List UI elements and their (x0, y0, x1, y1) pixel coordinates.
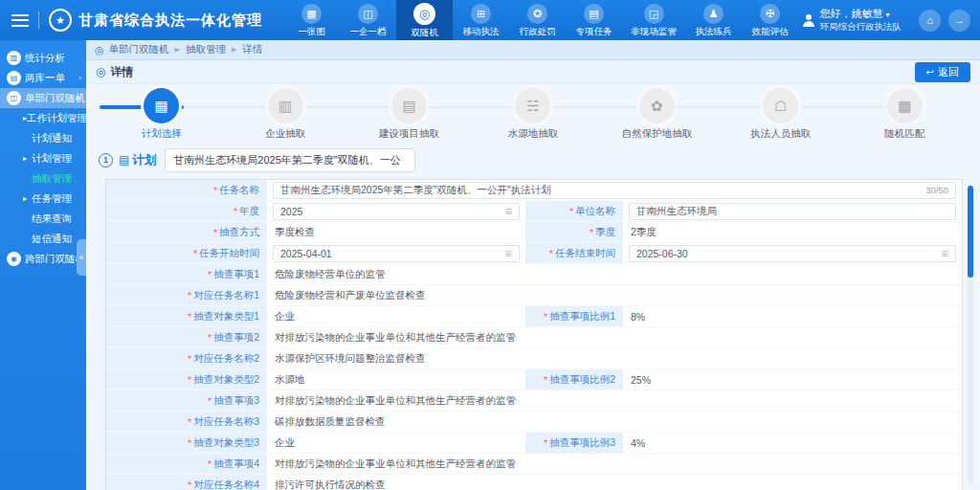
top-nav-item-1[interactable]: ◫一企一档 (340, 0, 396, 40)
logout-button[interactable]: → (948, 10, 970, 32)
sidebar-item-3[interactable]: ▸工作计划管理 (0, 108, 86, 128)
chevron-icon: ˅ (77, 94, 81, 102)
menu-toggle-icon[interactable] (11, 14, 29, 27)
form-label-text: 对应任务名称4 (193, 479, 259, 490)
required-star-icon: * (544, 437, 547, 449)
sidebar-item-7[interactable]: ▸任务管理 (0, 189, 86, 209)
required-star-icon: * (549, 248, 553, 259)
step-0[interactable]: ▦计划选择 (100, 88, 223, 144)
form-label-text: 对应任务名称3 (193, 415, 259, 429)
user-info[interactable]: 您好，姚敏慧▾ 环局综合行政执法队 (820, 8, 902, 33)
sidebar-collapse-handle[interactable]: « (77, 239, 86, 276)
form-label: *对应任务名称2 (106, 348, 267, 369)
emblem-icon: ★ (49, 9, 72, 32)
breadcrumb-item: 详情 (242, 43, 262, 56)
top-nav-item-8[interactable]: ✠效能评估 (742, 0, 798, 40)
detail-header: ◎ 详情 ↩ 返回 (86, 60, 980, 84)
form-value-cell: 2025-04-01⊞ (267, 243, 525, 264)
form-input[interactable]: 2025-04-01⊞ (273, 245, 520, 262)
top-nav-item-0[interactable]: ▦一张图 (283, 0, 340, 40)
top-nav-label: 行政处罚 (520, 26, 556, 38)
form-label-text: 抽查方式 (219, 226, 259, 239)
sidebar-item-10[interactable]: ◉跨部门双随机› (0, 249, 86, 269)
sidebar-item-1[interactable]: ▤两库一单› (0, 68, 86, 88)
form-value-text: 对排放污染物的企业事业单位和其他生产经营者的监管 (273, 394, 516, 408)
breadcrumb-item[interactable]: 单部门双随机 (109, 43, 169, 56)
training-icon: ♟ (703, 4, 724, 24)
form-input[interactable]: 甘南州生态环境局2025年第二季度"双随机、一公开"执法计划30/50 (273, 182, 956, 199)
scrollbar-thumb[interactable] (968, 186, 973, 278)
form-label: *抽查方式 (106, 222, 267, 243)
form-label-text: 抽查事项3 (213, 394, 259, 408)
sidebar-item-label: 任务管理 (32, 192, 72, 206)
form-value-cell: 25% (623, 369, 962, 390)
top-nav-item-4[interactable]: ✪行政处罚 (509, 0, 566, 40)
form-label: *抽查对象类型1 (106, 306, 267, 327)
back-button[interactable]: ↩ 返回 (915, 62, 970, 82)
form-value-cell: 碳排放数据质量监督检查 (267, 412, 962, 433)
form-input[interactable]: 2025-06-30⊞ (629, 245, 956, 262)
form-label-text: 对应任务名称1 (193, 289, 259, 302)
top-nav-item-3[interactable]: ⊞移动执法 (453, 0, 509, 40)
form-label: *对应任务名称3 (106, 412, 267, 433)
step-4[interactable]: ✿自然保护地抽取 (595, 88, 719, 144)
form-label-text: 季度 (595, 226, 615, 239)
home-button[interactable]: ⌂ (919, 10, 941, 32)
step-5[interactable]: ☖执法人员抽取 (719, 88, 842, 144)
required-star-icon: * (188, 437, 191, 449)
form-label: *对应任务名称4 (106, 475, 267, 490)
sidebar-item-6[interactable]: 抽取管理 (0, 168, 86, 189)
form-label: *抽查事项比例1 (525, 306, 623, 327)
breadcrumb-item[interactable]: 抽取管理 (186, 43, 226, 56)
form-input[interactable]: 甘南州生态环境局 (629, 203, 956, 220)
required-star-icon: * (208, 395, 212, 407)
sidebar-item-8[interactable]: 结果查询 (0, 209, 86, 229)
form-value-text: 4% (629, 437, 645, 449)
form-label: *对应任务名称1 (106, 285, 267, 306)
step-1[interactable]: ▥企业抽取 (223, 88, 346, 144)
sidebar-item-label: 结果查询 (32, 212, 72, 226)
form-input-value: 2025-04-01 (280, 248, 332, 259)
form-label: *季度 (525, 222, 623, 243)
top-nav-label: 非现场监管 (631, 26, 677, 38)
top-nav-item-6[interactable]: ◲非现场监管 (622, 0, 685, 40)
required-star-icon: * (208, 458, 212, 470)
form-value-text: 排污许可执行情况的检查 (273, 479, 386, 490)
sidebar-item-label: 抽取管理 (32, 172, 72, 186)
form-label-text: 抽查对象类型1 (193, 310, 259, 323)
form-value-cell: 企业 (267, 433, 525, 454)
step-label: 执法人员抽取 (750, 127, 811, 141)
nature-icon: ✿ (639, 88, 675, 123)
sidebar-item-5[interactable]: ▸计划管理 (0, 148, 86, 168)
required-star-icon: * (213, 185, 217, 196)
form-value-text: 对排放污染物的企业事业单位和其他生产经营者的监管 (273, 331, 516, 345)
shield-icon: ✠ (760, 4, 780, 24)
form-value-text: 危险废物经营单位的监管 (273, 268, 386, 281)
step-label: 计划选择 (142, 127, 182, 141)
top-nav: ▦一张图◫一企一档◎双随机⊞移动执法✪行政处罚▤专项任务◲非现场监管♟执法练兵✠… (283, 0, 798, 40)
form-label-text: 抽查对象类型3 (193, 436, 259, 450)
step-3[interactable]: ☵水源地抽取 (471, 88, 594, 144)
water-drop-icon: ☵ (515, 88, 550, 123)
form-value-cell: 2025-06-30⊞ (623, 243, 962, 264)
top-nav-item-7[interactable]: ♟执法练兵 (685, 0, 742, 40)
sidebar-item-0[interactable]: ▥统计分析 (0, 48, 86, 68)
sidebar-item-4[interactable]: 计划通知 (0, 128, 86, 148)
sidebar-item-9[interactable]: 短信通知 (0, 229, 86, 249)
top-nav-item-2[interactable]: ◎双随机 (396, 0, 453, 40)
plan-select[interactable]: 甘南州生态环境局2025年第二季度"双随机、一公 (165, 148, 415, 172)
step-2[interactable]: ▤建设项目抽取 (347, 88, 471, 144)
submenu-arrow-icon: ▸ (23, 194, 32, 203)
submenu-arrow-icon: ▸ (23, 154, 32, 163)
step-6[interactable]: ▩随机匹配 (843, 88, 967, 144)
top-nav-item-5[interactable]: ▤专项任务 (566, 0, 622, 40)
form-label-text: 抽查对象类型2 (193, 373, 259, 387)
form-label: *任务结束时间 (525, 243, 623, 264)
form-input[interactable]: 2025⊞ (273, 203, 520, 220)
required-star-icon: * (208, 269, 212, 280)
chevron-icon: › (78, 74, 81, 82)
step-label: 企业抽取 (265, 127, 305, 141)
form-value-text: 企业 (273, 310, 295, 323)
form-value-cell: 危险废物经营单位的监管 (267, 264, 962, 285)
sidebar-item-2[interactable]: ◫单部门双随机˅ (0, 88, 86, 108)
